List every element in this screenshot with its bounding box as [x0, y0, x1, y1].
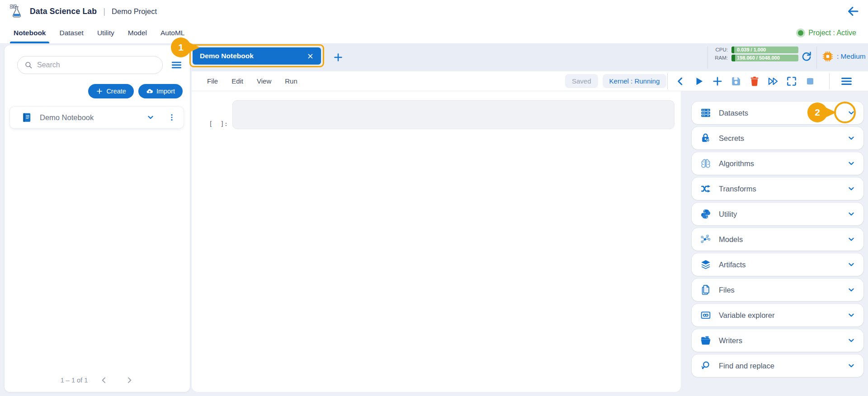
run-all-icon[interactable] [767, 75, 779, 87]
open-notebook-tab[interactable]: Demo Notebook [193, 47, 321, 65]
search-input[interactable] [37, 61, 156, 69]
search-icon [24, 61, 33, 69]
notebook-list-panel: Create Import Demo Notebook 1 – 1 of 1 [5, 45, 190, 392]
menu-file[interactable]: File [207, 77, 218, 85]
panel-item[interactable]: Datasets [692, 102, 863, 124]
chevron-down-icon[interactable] [846, 260, 856, 270]
create-button[interactable]: Create [88, 84, 134, 98]
cell-prompt: [ ]: [209, 120, 228, 127]
strip-divider [708, 47, 708, 69]
refresh-resources-icon[interactable] [800, 50, 812, 62]
tab-dataset[interactable]: Dataset [59, 23, 83, 43]
menu-view[interactable]: View [257, 77, 271, 85]
menu-run[interactable]: Run [285, 77, 297, 85]
datasets-icon [700, 107, 712, 119]
close-tab-icon[interactable] [307, 53, 314, 60]
models-icon [700, 233, 712, 245]
find-replace-icon [700, 360, 712, 372]
panel-item[interactable]: Artifacts [692, 253, 863, 276]
cpu-meter: 0.039 / 1.000 [731, 47, 798, 53]
chevron-down-icon[interactable] [846, 108, 856, 118]
tab-notebook[interactable]: Notebook [14, 23, 46, 43]
run-cell-icon[interactable] [693, 75, 705, 87]
annotation-badge-1: 1 [171, 37, 191, 57]
tab-utility[interactable]: Utility [97, 23, 114, 43]
chevron-down-icon[interactable] [846, 310, 856, 320]
chevron-down-icon[interactable] [846, 285, 856, 295]
add-cell-icon[interactable] [712, 75, 723, 87]
project-title: Demo Project [112, 7, 157, 16]
stop-icon[interactable] [804, 75, 816, 87]
notebook-item-label: Demo Notebook [40, 113, 146, 122]
tab-model[interactable]: Model [128, 23, 147, 43]
delete-icon[interactable] [749, 75, 760, 87]
chevron-down-icon[interactable] [846, 184, 856, 194]
panel-item[interactable]: Utility [692, 203, 863, 225]
chevron-down-icon[interactable] [846, 234, 856, 244]
page-prev-icon[interactable] [99, 376, 108, 385]
chevron-down-icon[interactable] [846, 209, 856, 219]
annotation-badge-2: 2 [807, 102, 827, 122]
panel-item[interactable]: Find and replace [692, 354, 863, 377]
cpu-label: CPU: [712, 47, 728, 52]
toolbar-divider [829, 73, 830, 89]
search-box[interactable] [17, 56, 163, 74]
transforms-icon [700, 183, 712, 195]
chevron-down-icon[interactable] [846, 158, 856, 168]
add-notebook-tab-icon[interactable] [333, 52, 344, 63]
panel-item[interactable]: Models [692, 228, 863, 251]
app-window: Data Science Lab | Demo Project Notebook… [0, 0, 868, 396]
pagination: 1 – 1 of 1 [5, 376, 190, 385]
list-menu-icon[interactable] [170, 59, 183, 71]
notebook-menu-bar: File Edit View Run Saved Kernel : Runnin… [192, 71, 868, 91]
import-button[interactable]: Import [138, 84, 183, 98]
panel-item[interactable]: Algorithms [692, 152, 863, 175]
instance-size-control[interactable]: : Medium [822, 51, 866, 62]
notebook-list-item[interactable]: Demo Notebook [10, 107, 184, 128]
kernel-status-badge: Kernel : Running [603, 74, 667, 88]
chevron-left-icon[interactable] [675, 75, 686, 87]
toolbar-divider [667, 73, 668, 89]
notebook-tab-strip: Demo Notebook CPU: 0.039 / 1.000 RAM: 19… [192, 44, 868, 71]
create-button-label: Create [106, 88, 126, 95]
cpu-chip-icon [822, 51, 834, 62]
writers-icon [700, 335, 712, 346]
fullscreen-icon[interactable] [786, 75, 797, 87]
panel-item[interactable]: Writers [692, 329, 863, 352]
project-status-label: Project : Active [808, 29, 856, 37]
pagination-label: 1 – 1 of 1 [61, 377, 88, 384]
panel-item[interactable]: Secrets [692, 127, 863, 149]
page-next-icon[interactable] [125, 376, 134, 385]
app-header: Data Science Lab | Demo Project [0, 0, 868, 23]
tools-panel: Datasets Secrets Algorithms Transforms [692, 102, 863, 377]
panel-item[interactable]: Variable explorer [692, 304, 863, 326]
panel-menu-icon[interactable] [840, 75, 853, 88]
code-cell-input[interactable] [232, 100, 675, 129]
notebook-canvas: [ ]: [192, 91, 681, 392]
open-notebook-tab-label: Demo Notebook [200, 52, 307, 60]
plus-icon [96, 88, 103, 95]
notebook-expand-chevron-icon[interactable] [146, 112, 156, 122]
import-button-label: Import [156, 88, 175, 95]
save-icon[interactable] [730, 75, 742, 87]
algorithms-icon [700, 158, 712, 169]
files-icon [700, 284, 712, 296]
instance-size-label: : Medium [837, 52, 866, 61]
menu-edit[interactable]: Edit [231, 77, 243, 85]
ram-label: RAM: [712, 55, 728, 61]
notebook-actions: Create Import [88, 84, 183, 98]
chevron-down-icon[interactable] [846, 361, 856, 371]
cloud-upload-icon [146, 88, 153, 95]
artifacts-icon [700, 259, 712, 270]
project-status: Project : Active [798, 23, 856, 43]
back-arrow-icon[interactable] [846, 5, 860, 18]
chevron-down-icon[interactable] [846, 133, 856, 143]
panel-item[interactable]: Transforms [692, 177, 863, 200]
notebook-toolbar [675, 75, 816, 87]
panel-item[interactable]: Files [692, 279, 863, 301]
chevron-down-icon[interactable] [846, 335, 856, 345]
resource-meters: CPU: 0.039 / 1.000 RAM: 198.060 / 5048.0… [712, 46, 798, 62]
strip-divider [816, 47, 817, 69]
utility-icon [700, 208, 712, 220]
notebook-kebab-menu-icon[interactable] [167, 113, 176, 122]
